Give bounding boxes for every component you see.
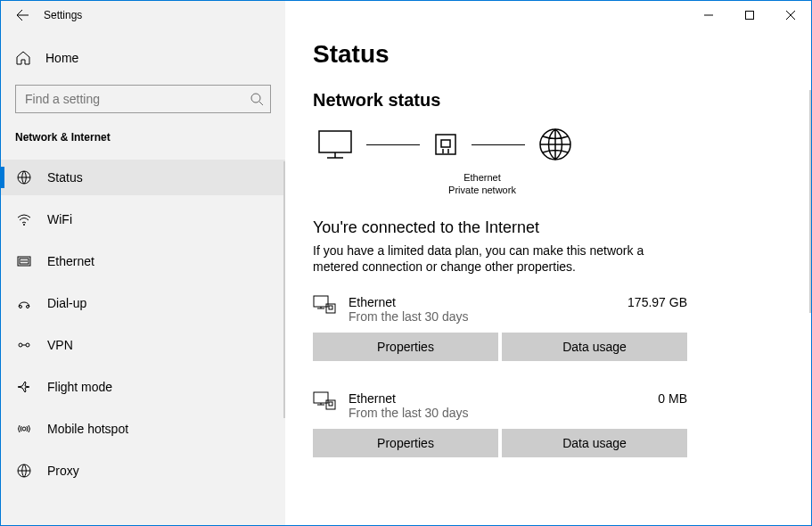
data-usage-button[interactable]: Data usage: [502, 333, 687, 361]
connected-title: You're connected to the Internet: [313, 218, 811, 237]
adapter-usage: 0 MB: [658, 391, 687, 406]
diagram-labels: Ethernet Private network: [393, 171, 571, 197]
connection-line: [366, 144, 420, 145]
close-button[interactable]: [770, 1, 811, 29]
sidebar-item-dialup[interactable]: Dial-up: [1, 285, 285, 321]
proxy-icon: [15, 463, 33, 479]
svg-rect-21: [329, 402, 332, 406]
svg-point-7: [27, 306, 29, 308]
sidebar-section-label: Network & Internet: [1, 124, 285, 160]
sidebar-item-flight-mode[interactable]: Flight mode: [1, 369, 285, 405]
vpn-icon: [15, 337, 33, 353]
adapter-row: Ethernet From the last 30 days 175.97 GB: [313, 295, 687, 324]
properties-button[interactable]: Properties: [313, 333, 498, 361]
sidebar-item-label: Flight mode: [47, 380, 112, 394]
adapter-name: Ethernet: [349, 391, 645, 406]
sidebar-item-label: Mobile hotspot: [47, 422, 128, 436]
sidebar-item-label: Proxy: [47, 464, 79, 478]
data-usage-button[interactable]: Data usage: [502, 429, 687, 457]
adapter-name: Ethernet: [349, 295, 615, 309]
window-title: Settings: [44, 9, 82, 21]
ethernet-icon: [15, 253, 33, 269]
network-diagram: [313, 127, 811, 162]
home-icon: [15, 50, 31, 66]
sidebar-item-proxy[interactable]: Proxy: [1, 453, 285, 489]
svg-rect-13: [436, 135, 455, 154]
network-device-icon: [432, 131, 459, 158]
adapter-period: From the last 30 days: [349, 309, 615, 324]
back-arrow-icon: [15, 8, 29, 22]
back-button[interactable]: [1, 1, 44, 29]
hotspot-icon: [15, 421, 33, 437]
content-scrollbar[interactable]: [809, 90, 811, 313]
sidebar-item-ethernet[interactable]: Ethernet: [1, 243, 285, 279]
maximize-icon: [745, 11, 754, 20]
sidebar: Home Network & Internet Status WiFi Ethe…: [1, 1, 286, 525]
svg-point-1: [251, 94, 260, 103]
connection-line: [472, 144, 525, 145]
properties-button[interactable]: Properties: [313, 429, 498, 457]
adapter-period: From the last 30 days: [349, 406, 645, 420]
home-label: Home: [45, 51, 78, 65]
globe-icon: [537, 127, 573, 162]
svg-point-9: [26, 343, 29, 347]
section-title: Network status: [313, 90, 811, 111]
status-icon: [15, 169, 33, 185]
dialup-icon: [15, 295, 33, 311]
sidebar-item-label: WiFi: [47, 212, 72, 226]
svg-point-10: [22, 427, 26, 431]
adapter-icon: [313, 391, 336, 411]
sidebar-item-mobile-hotspot[interactable]: Mobile hotspot: [1, 411, 285, 447]
close-icon: [786, 11, 795, 20]
sidebar-item-label: Status: [47, 170, 83, 185]
computer-icon: [316, 128, 354, 160]
diagram-network-type: Private network: [393, 184, 571, 196]
search-input[interactable]: [15, 85, 271, 113]
svg-rect-18: [329, 306, 332, 309]
titlebar: Settings: [1, 1, 811, 29]
sidebar-scrollbar[interactable]: [283, 161, 285, 418]
svg-point-6: [20, 306, 22, 308]
svg-point-8: [19, 343, 22, 347]
svg-rect-14: [441, 140, 450, 147]
sidebar-item-label: Ethernet: [47, 254, 94, 268]
sidebar-item-label: VPN: [47, 338, 73, 352]
svg-point-3: [23, 224, 25, 226]
adapter-icon: [313, 295, 336, 315]
content-area: Status Network status Ethernet Private n…: [286, 1, 811, 525]
svg-rect-12: [319, 131, 351, 152]
sidebar-item-wifi[interactable]: WiFi: [1, 201, 285, 237]
sidebar-item-vpn[interactable]: VPN: [1, 327, 285, 363]
home-link[interactable]: Home: [1, 40, 285, 76]
connected-description: If you have a limited data plan, you can…: [313, 242, 669, 276]
svg-rect-0: [746, 12, 754, 20]
adapter-row: Ethernet From the last 30 days 0 MB: [313, 391, 687, 420]
diagram-name: Ethernet: [393, 171, 571, 184]
page-title: Status: [313, 40, 811, 69]
adapter-usage: 175.97 GB: [627, 295, 687, 309]
minimize-icon: [704, 11, 713, 20]
sidebar-item-status[interactable]: Status: [1, 160, 285, 195]
wifi-icon: [15, 211, 33, 227]
airplane-icon: [15, 379, 33, 395]
sidebar-item-label: Dial-up: [47, 296, 86, 310]
maximize-button[interactable]: [729, 1, 770, 29]
minimize-button[interactable]: [688, 1, 729, 29]
search-icon: [250, 92, 264, 106]
